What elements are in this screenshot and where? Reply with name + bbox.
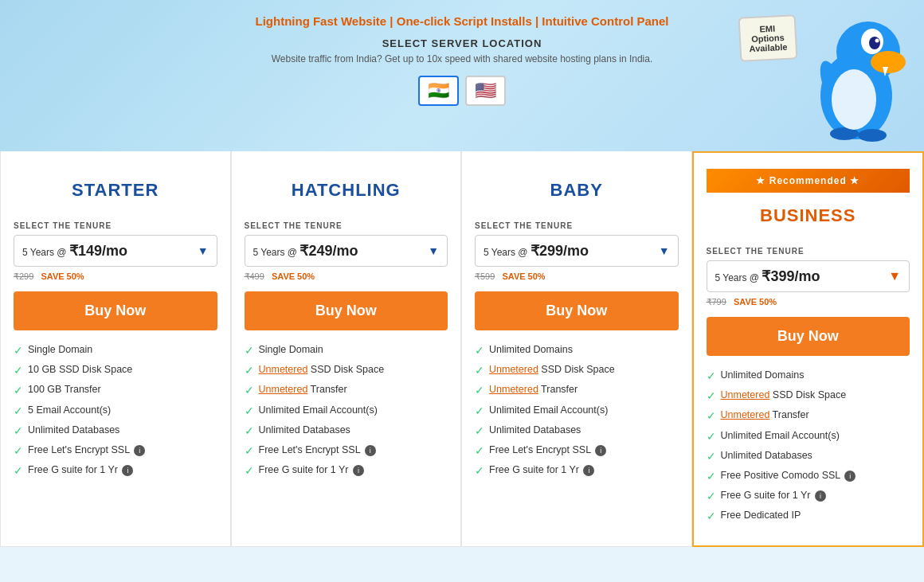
tenure-price-text-business: 5 Years @ ₹399/mo <box>715 268 820 285</box>
feature-text-hatchling-6: Free G suite for 1 Yr i <box>259 463 364 476</box>
tenure-savings-business: ₹799 SAVE 50% <box>707 297 910 307</box>
feature-text-starter-5: Free Let's Encrypt SSL i <box>28 443 145 456</box>
unmetered-link[interactable]: Unmetered <box>259 364 308 375</box>
plan-name-starter: STARTER <box>14 180 217 201</box>
feature-text-business-5: Free Positive Comodo SSL i <box>721 469 856 482</box>
svg-point-4 <box>869 37 880 49</box>
check-icon: ✓ <box>14 424 23 438</box>
feature-text-starter-3: 5 Email Account(s) <box>28 404 111 416</box>
chevron-down-icon: ▼ <box>888 269 901 283</box>
feature-item-baby-6: ✓ Free G suite for 1 Yr i <box>475 463 679 478</box>
info-icon[interactable]: i <box>815 490 826 502</box>
svg-point-2 <box>871 51 906 73</box>
feature-item-hatchling-6: ✓ Free G suite for 1 Yr i <box>245 463 448 478</box>
feature-item-starter-3: ✓ 5 Email Account(s) <box>14 404 217 418</box>
features-list-starter: ✓ Single Domain ✓ 10 GB SSD Disk Space ✓… <box>14 343 217 478</box>
feature-item-business-4: ✓ Unlimited Databases <box>707 449 910 463</box>
tenure-price-text-hatchling: 5 Years @ ₹249/mo <box>253 242 358 260</box>
svg-point-9 <box>858 129 887 142</box>
buy-button-baby[interactable]: Buy Now <box>475 291 679 330</box>
chevron-down-icon: ▼ <box>198 244 209 257</box>
buy-button-business[interactable]: Buy Now <box>707 317 910 356</box>
mascot <box>797 0 916 143</box>
check-icon: ✓ <box>707 369 716 383</box>
check-icon: ✓ <box>14 404 23 418</box>
check-icon: ✓ <box>14 363 23 377</box>
check-icon: ✓ <box>707 449 716 463</box>
top-banner: Lightning Fast Website | One-click Scrip… <box>0 0 924 151</box>
recommended-badge: ★ Recommended ★ <box>707 169 910 193</box>
plan-header-hatchling: HATCHLING <box>245 167 448 210</box>
feature-text-business-1: Unmetered SSD Disk Space <box>721 389 847 401</box>
unmetered-link[interactable]: Unmetered <box>489 364 538 375</box>
feature-item-baby-3: ✓ Unlimited Email Account(s) <box>475 404 679 418</box>
tenure-select-starter[interactable]: 5 Years @ ₹149/mo ▼ <box>14 235 217 267</box>
feature-text-baby-1: Unmetered SSD Disk Space <box>489 363 615 376</box>
feature-item-starter-0: ✓ Single Domain <box>14 343 217 357</box>
feature-item-starter-1: ✓ 10 GB SSD Disk Space <box>14 363 217 377</box>
feature-item-starter-2: ✓ 100 GB Transfer <box>14 383 217 397</box>
check-icon: ✓ <box>245 363 254 377</box>
tenure-select-business[interactable]: 5 Years @ ₹399/mo ▼ <box>707 260 910 292</box>
plan-name-business: BUSINESS <box>707 205 910 226</box>
unmetered-link[interactable]: Unmetered <box>259 384 308 395</box>
feature-text-hatchling-5: Free Let's Encrypt SSL i <box>259 443 376 456</box>
feature-text-business-6: Free G suite for 1 Yr i <box>721 489 826 502</box>
feature-text-business-0: Unlimited Domains <box>721 369 805 381</box>
feature-item-baby-4: ✓ Unlimited Databases <box>475 424 679 438</box>
unmetered-link[interactable]: Unmetered <box>721 409 770 420</box>
info-icon[interactable]: i <box>583 465 594 476</box>
buy-button-starter[interactable]: Buy Now <box>14 291 217 330</box>
check-icon: ✓ <box>707 389 716 403</box>
feature-item-business-5: ✓ Free Positive Comodo SSL i <box>707 469 910 483</box>
tenure-price-text-starter: 5 Years @ ₹149/mo <box>22 242 127 260</box>
info-icon[interactable]: i <box>134 445 145 456</box>
info-icon[interactable]: i <box>844 471 855 482</box>
feature-text-hatchling-2: Unmetered Transfer <box>259 383 347 396</box>
info-icon[interactable]: i <box>595 445 606 456</box>
check-icon: ✓ <box>475 363 484 377</box>
check-icon: ✓ <box>14 443 23 458</box>
check-icon: ✓ <box>245 463 254 478</box>
feature-text-baby-3: Unlimited Email Account(s) <box>489 404 608 416</box>
feature-item-starter-4: ✓ Unlimited Databases <box>14 424 217 438</box>
feature-item-hatchling-1: ✓ Unmetered SSD Disk Space <box>245 363 448 377</box>
check-icon: ✓ <box>475 404 484 418</box>
feature-item-hatchling-0: ✓ Single Domain <box>245 343 448 357</box>
tenure-select-baby[interactable]: 5 Years @ ₹299/mo ▼ <box>475 235 679 267</box>
tenure-label-starter: SELECT THE TENURE <box>14 221 217 230</box>
info-icon[interactable]: i <box>122 465 133 476</box>
emi-badge: EMI Options Available <box>738 14 798 62</box>
usa-flag-button[interactable]: 🇺🇸 <box>465 76 506 106</box>
check-icon: ✓ <box>14 343 23 357</box>
tenure-label-baby: SELECT THE TENURE <box>475 221 679 230</box>
tenure-savings-hatchling: ₹499 SAVE 50% <box>245 271 448 282</box>
feature-item-hatchling-3: ✓ Unlimited Email Account(s) <box>245 404 448 418</box>
feature-item-business-1: ✓ Unmetered SSD Disk Space <box>707 389 910 403</box>
buy-button-hatchling[interactable]: Buy Now <box>245 291 448 330</box>
tenure-select-hatchling[interactable]: 5 Years @ ₹249/mo ▼ <box>245 235 448 267</box>
chevron-down-icon: ▼ <box>428 244 439 257</box>
check-icon: ✓ <box>475 383 484 397</box>
unmetered-link[interactable]: Unmetered <box>721 389 770 400</box>
feature-text-business-3: Unlimited Email Account(s) <box>721 429 840 442</box>
unmetered-link[interactable]: Unmetered <box>489 384 538 395</box>
plan-name-hatchling: HATCHLING <box>245 180 448 201</box>
feature-text-baby-0: Unlimited Domains <box>489 343 573 356</box>
check-icon: ✓ <box>475 463 484 478</box>
india-flag-button[interactable]: 🇮🇳 <box>418 76 459 106</box>
check-icon: ✓ <box>14 383 23 397</box>
feature-text-baby-2: Unmetered Transfer <box>489 383 578 396</box>
svg-point-5 <box>875 39 879 43</box>
plans-container: STARTER SELECT THE TENURE 5 Years @ ₹149… <box>0 151 924 547</box>
feature-text-hatchling-4: Unlimited Databases <box>259 424 350 436</box>
plan-card-starter: STARTER SELECT THE TENURE 5 Years @ ₹149… <box>0 151 231 547</box>
info-icon[interactable]: i <box>365 445 376 456</box>
features-list-baby: ✓ Unlimited Domains ✓ Unmetered SSD Disk… <box>475 343 679 478</box>
plan-header-baby: BABY <box>475 167 679 210</box>
check-icon: ✓ <box>245 383 254 397</box>
feature-text-baby-6: Free G suite for 1 Yr i <box>489 463 594 476</box>
feature-item-hatchling-2: ✓ Unmetered Transfer <box>245 383 448 397</box>
info-icon[interactable]: i <box>353 465 364 476</box>
feature-item-hatchling-5: ✓ Free Let's Encrypt SSL i <box>245 443 448 458</box>
